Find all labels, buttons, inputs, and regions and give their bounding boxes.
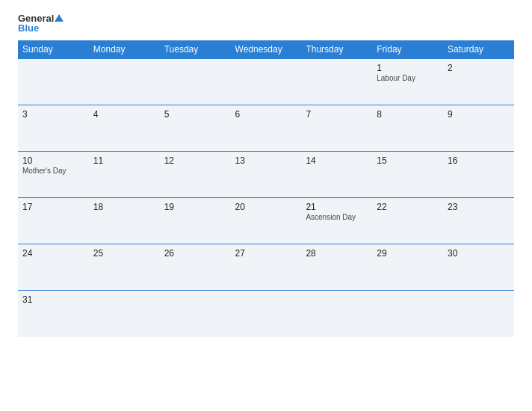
holiday-label: Ascension Day — [306, 213, 368, 221]
calendar-cell — [301, 291, 372, 337]
holiday-label: Labour Day — [377, 74, 439, 82]
day-number: 24 — [22, 248, 84, 259]
day-number: 2 — [448, 63, 510, 73]
day-number: 13 — [235, 155, 297, 166]
logo-blue-text: Blue — [18, 23, 39, 33]
day-number: 7 — [306, 109, 368, 120]
calendar-cell — [372, 291, 443, 337]
holiday-label: Mother's Day — [22, 167, 84, 175]
calendar-cell: 29 — [372, 244, 443, 291]
calendar-cell: 17 — [18, 198, 89, 244]
day-number: 21 — [306, 202, 368, 212]
day-of-week-wednesday: Wednesday — [231, 40, 302, 59]
calendar-cell: 15 — [372, 152, 443, 198]
calendar-cell — [18, 59, 89, 105]
calendar-cell: 13 — [231, 152, 302, 198]
calendar-cell: 14 — [301, 152, 372, 198]
calendar-cell: 26 — [160, 244, 231, 291]
day-number: 3 — [22, 109, 84, 120]
calendar-cell: 1Labour Day — [372, 59, 443, 105]
day-of-week-sunday: Sunday — [18, 40, 89, 59]
day-number: 15 — [377, 155, 439, 166]
day-number: 27 — [235, 248, 297, 259]
day-number: 12 — [164, 155, 226, 166]
calendar-cell: 10Mother's Day — [18, 152, 89, 198]
day-number: 4 — [93, 109, 155, 120]
day-of-week-tuesday: Tuesday — [160, 40, 231, 59]
day-number: 8 — [377, 109, 439, 120]
calendar-cell — [160, 291, 231, 337]
calendar-cell — [89, 291, 160, 337]
calendar-week-row: 31 — [18, 291, 514, 337]
day-number: 22 — [377, 202, 439, 212]
calendar-cell: 6 — [231, 105, 302, 152]
calendar-cell: 23 — [443, 198, 514, 244]
day-number: 10 — [22, 155, 84, 166]
day-number: 17 — [22, 202, 84, 212]
calendar-cell — [89, 59, 160, 105]
calendar-week-row: 1Labour Day2 — [18, 59, 514, 105]
calendar-cell: 9 — [443, 105, 514, 152]
calendar-cell: 19 — [160, 198, 231, 244]
calendar-cell — [160, 59, 231, 105]
calendar-cell: 4 — [89, 105, 160, 152]
day-of-week-saturday: Saturday — [443, 40, 514, 59]
calendar-table: SundayMondayTuesdayWednesdayThursdayFrid… — [18, 40, 514, 337]
header: GeneralBlue — [18, 13, 514, 33]
calendar-week-row: 1718192021Ascension Day2223 — [18, 198, 514, 244]
day-of-week-thursday: Thursday — [301, 40, 372, 59]
calendar-header-row: SundayMondayTuesdayWednesdayThursdayFrid… — [18, 40, 514, 59]
calendar-cell: 16 — [443, 152, 514, 198]
day-number: 20 — [235, 202, 297, 212]
logo: GeneralBlue — [18, 13, 64, 33]
day-number: 14 — [306, 155, 368, 166]
calendar-cell — [231, 291, 302, 337]
calendar-cell: 21Ascension Day — [301, 198, 372, 244]
calendar-cell: 20 — [231, 198, 302, 244]
day-number: 26 — [164, 248, 226, 259]
day-of-week-friday: Friday — [372, 40, 443, 59]
calendar-cell: 5 — [160, 105, 231, 152]
calendar-cell: 3 — [18, 105, 89, 152]
calendar-week-row: 10Mother's Day111213141516 — [18, 152, 514, 198]
day-number: 25 — [93, 248, 155, 259]
calendar-cell: 22 — [372, 198, 443, 244]
day-number: 29 — [377, 248, 439, 259]
calendar-cell: 2 — [443, 59, 514, 105]
day-number: 31 — [22, 294, 84, 305]
day-number: 1 — [377, 63, 439, 73]
logo-triangle-icon — [55, 14, 64, 22]
calendar-week-row: 24252627282930 — [18, 244, 514, 291]
calendar-cell: 18 — [89, 198, 160, 244]
day-number: 11 — [93, 155, 155, 166]
calendar-week-row: 3456789 — [18, 105, 514, 152]
calendar-cell: 31 — [18, 291, 89, 337]
day-number: 16 — [448, 155, 510, 166]
day-number: 23 — [448, 202, 510, 212]
calendar-cell: 25 — [89, 244, 160, 291]
day-number: 28 — [306, 248, 368, 259]
calendar-cell: 7 — [301, 105, 372, 152]
calendar-cell: 8 — [372, 105, 443, 152]
day-number: 19 — [164, 202, 226, 212]
calendar-cell — [301, 59, 372, 105]
day-number: 6 — [235, 109, 297, 120]
calendar-cell: 11 — [89, 152, 160, 198]
calendar-cell: 27 — [231, 244, 302, 291]
calendar-cell — [443, 291, 514, 337]
day-of-week-monday: Monday — [89, 40, 160, 59]
calendar-cell: 28 — [301, 244, 372, 291]
calendar-cell: 24 — [18, 244, 89, 291]
day-number: 18 — [93, 202, 155, 212]
day-number: 5 — [164, 109, 226, 120]
page: GeneralBlue SundayMondayTuesdayWednesday… — [0, 0, 532, 411]
calendar-cell: 12 — [160, 152, 231, 198]
calendar-cell: 30 — [443, 244, 514, 291]
day-number: 30 — [448, 248, 510, 259]
calendar-cell — [231, 59, 302, 105]
day-number: 9 — [448, 109, 510, 120]
